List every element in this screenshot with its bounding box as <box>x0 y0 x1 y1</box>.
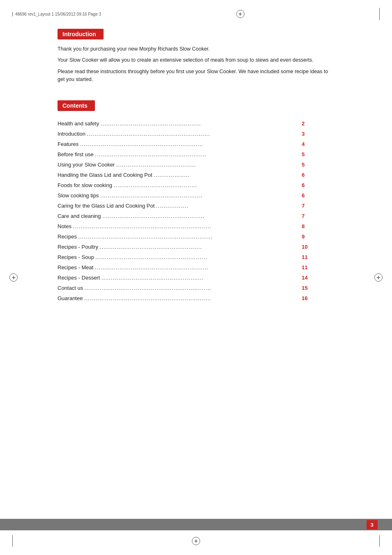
toc-item-title: Handling the Glass Lid and Cooking Pot .… <box>58 170 297 180</box>
contents-section: Contents Health and safety .............… <box>58 100 330 303</box>
toc-item-dots: ........................................… <box>96 254 208 260</box>
introduction-heading: Introduction <box>58 29 104 39</box>
toc-page-number: 15 <box>302 285 307 291</box>
toc-item-title: Before first use .......................… <box>58 149 297 160</box>
toc-row: Handling the Glass Lid and Cooking Pot .… <box>58 170 330 180</box>
toc-page-number: 6 <box>302 182 304 188</box>
toc-item-title: Guarantee ..............................… <box>58 293 297 303</box>
toc-row: Recipes ................................… <box>58 231 330 242</box>
toc-item-page: 10 <box>297 242 330 252</box>
toc-item-label: Before first use <box>58 151 95 157</box>
toc-item-title: Introduction ...........................… <box>58 129 297 139</box>
intro-paragraph-2: Your Slow Cooker will allow you to creat… <box>58 56 330 64</box>
toc-item-page: 6 <box>297 170 330 180</box>
toc-row: Health and safety ......................… <box>58 118 330 129</box>
toc-item-title: Foods for slow cooking .................… <box>58 180 297 190</box>
toc-item-label: Handling the Glass Lid and Cooking Pot <box>58 172 154 178</box>
toc-item-dots: ........................................… <box>85 285 212 291</box>
toc-item-page: 14 <box>297 273 330 283</box>
toc-page-number: 6 <box>302 192 304 199</box>
toc-page-number: 16 <box>302 295 307 301</box>
toc-item-title: Contact us .............................… <box>58 283 297 293</box>
file-info: 48696 rev1_Layout 1 15/06/2012 09:16 Pag… <box>12 12 101 16</box>
right-margin-registration-mark <box>374 273 383 282</box>
toc-row: Guarantee ..............................… <box>58 293 330 303</box>
toc-item-dots: ........................................… <box>95 264 209 271</box>
toc-item-dots: ................... <box>154 172 190 178</box>
toc-page-number: 7 <box>302 213 304 219</box>
toc-page-number: 8 <box>302 223 304 229</box>
toc-row: Caring for the Glass Lid and Cooking Pot… <box>58 201 330 211</box>
toc-item-dots: ........................................… <box>78 234 213 240</box>
toc-item-title: Recipes ................................… <box>58 231 297 242</box>
toc-row: Before first use .......................… <box>58 149 330 160</box>
toc-row: Introduction ...........................… <box>58 129 330 139</box>
toc-item-page: 6 <box>297 190 330 201</box>
page-wrapper: 48696 rev1_Layout 1 15/06/2012 09:16 Pag… <box>0 0 392 555</box>
toc-item-label: Recipes - Meat <box>58 264 95 271</box>
toc-item-label: Foods for slow cooking <box>58 182 114 188</box>
toc-item-label: Recipes - Dessert <box>58 275 101 281</box>
toc-item-page: 11 <box>297 252 330 262</box>
toc-item-title: Care and cleaning ......................… <box>58 211 297 221</box>
toc-item-dots: ........................................… <box>101 120 201 127</box>
toc-item-label: Guarantee <box>58 295 84 301</box>
toc-item-page: 16 <box>297 293 330 303</box>
toc-item-dots: ........................................… <box>73 223 212 229</box>
toc-item-title: Features ...............................… <box>58 139 297 149</box>
left-margin-registration-mark <box>9 273 18 282</box>
contents-heading: Contents <box>58 100 95 111</box>
toc-item-title: Recipes - Soup .........................… <box>58 252 297 262</box>
toc-item-label: Recipes <box>58 234 78 240</box>
toc-item-title: Notes ..................................… <box>58 221 297 231</box>
intro-paragraph-1: Thank you for purchasing your new Morphy… <box>58 45 330 53</box>
toc-item-dots: ........................................… <box>95 151 207 157</box>
toc-item-dots: ........................................… <box>84 295 211 301</box>
toc-item-page: 8 <box>297 221 330 231</box>
toc-row: Recipes - Poultry ......................… <box>58 242 330 252</box>
toc-item-page: 7 <box>297 201 330 211</box>
toc-item-dots: ........................................… <box>101 275 204 281</box>
toc-page-number: 11 <box>302 264 307 271</box>
toc-page-number: 11 <box>302 254 307 260</box>
toc-item-page: 7 <box>297 211 330 221</box>
toc-page-number: 5 <box>302 151 304 157</box>
toc-row: Recipes - Soup .........................… <box>58 252 330 262</box>
toc-item-title: Health and safety ......................… <box>58 118 297 129</box>
bottom-center-registration-mark <box>191 536 201 546</box>
toc-item-label: Health and safety <box>58 120 101 127</box>
toc-item-label: Care and cleaning <box>58 213 102 219</box>
toc-page-number: 14 <box>302 275 307 281</box>
toc-item-dots: ........................................… <box>100 244 202 250</box>
top-center-registration-mark <box>236 9 245 18</box>
introduction-section: Introduction Thank you for purchasing yo… <box>58 29 330 84</box>
toc-item-dots: ........................................… <box>87 131 210 137</box>
bottom-marks-area <box>0 535 392 547</box>
toc-item-dots: ........................................… <box>80 141 203 147</box>
toc-row: Slow cooking tips ......................… <box>58 190 330 201</box>
toc-row: Recipes - Dessert ......................… <box>58 273 330 283</box>
toc-item-title: Recipes - Meat .........................… <box>58 262 297 273</box>
toc-page-number: 10 <box>302 244 307 250</box>
page-number-badge: 3 <box>367 520 378 530</box>
toc-row: Notes ..................................… <box>58 221 330 231</box>
toc-item-title: Using your Slow Cooker .................… <box>58 160 297 170</box>
toc-item-label: Slow cooking tips <box>58 192 100 199</box>
toc-item-label: Introduction <box>58 131 87 137</box>
toc-item-label: Contact us <box>58 285 85 291</box>
toc-item-title: Recipes - Dessert ......................… <box>58 273 297 283</box>
intro-paragraph-3: Please read these instructions throughly… <box>58 68 330 84</box>
toc-item-page: 5 <box>297 149 330 160</box>
toc-item-label: Features <box>58 141 80 147</box>
toc-page-number: 2 <box>302 120 304 127</box>
toc-item-dots: ........................................… <box>102 213 205 219</box>
top-marks-area: 48696 rev1_Layout 1 15/06/2012 09:16 Pag… <box>0 0 392 21</box>
toc-item-dots: ........................................… <box>116 162 196 168</box>
top-right-corner-mark <box>379 8 380 20</box>
toc-page-number: 3 <box>302 131 304 137</box>
toc-page-number: 6 <box>302 172 304 178</box>
toc-item-title: Caring for the Glass Lid and Cooking Pot… <box>58 201 297 211</box>
toc-row: Care and cleaning ......................… <box>58 211 330 221</box>
toc-row: Features ...............................… <box>58 139 330 149</box>
bottom-bar: 3 <box>0 519 392 530</box>
